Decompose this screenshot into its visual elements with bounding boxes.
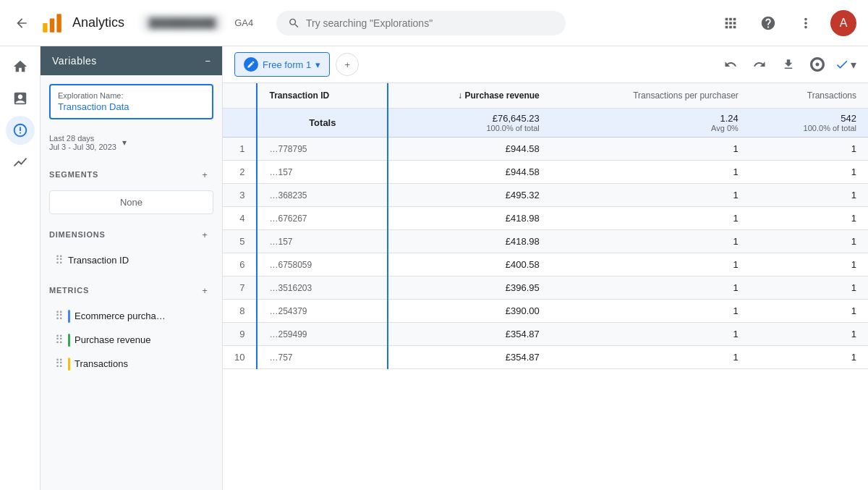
- totals-transactions: 542 100.0% of total: [750, 109, 868, 138]
- exploration-name-box: Exploration Name: Transaction Data: [49, 84, 213, 119]
- metric-color-revenue: [68, 334, 70, 347]
- table-container: Transaction ID ↓ Purchase revenue Transa…: [223, 83, 868, 490]
- exploration-name-value[interactable]: Transaction Data: [58, 101, 205, 112]
- share-button[interactable]: [806, 53, 829, 76]
- sidebar-header: Variables −: [41, 46, 222, 75]
- transaction-id-cell: …254379: [257, 300, 388, 323]
- nav-home[interactable]: [6, 52, 35, 81]
- exploration-name-label: Exploration Name:: [58, 91, 205, 100]
- more-button[interactable]: [793, 10, 819, 36]
- nav-explore[interactable]: [6, 116, 35, 145]
- add-segment-button[interactable]: +: [196, 166, 213, 183]
- transactions-cell: 1: [750, 207, 868, 230]
- transactions-cell: 1: [750, 276, 868, 300]
- revenue-cell: £390.00: [388, 300, 551, 323]
- row-num: 3: [223, 184, 257, 207]
- table-row[interactable]: 6 …6758059 £400.58 1 1: [223, 253, 868, 276]
- sidebar-item-transaction-id[interactable]: ⠿ Transaction ID: [46, 249, 216, 271]
- row-num: 5: [223, 230, 257, 253]
- sidebar-item-transactions[interactable]: ⠿ Transactions: [46, 352, 216, 375]
- table-row[interactable]: 2 …157 £944.58 1 1: [223, 161, 868, 184]
- check-icon: [835, 57, 849, 72]
- drag-icon: ⠿: [55, 253, 64, 267]
- metrics-header: METRICS +: [41, 273, 222, 303]
- sidebar-title: Variables: [52, 55, 97, 67]
- metric-label-revenue: Purchase revenue: [75, 334, 151, 345]
- transactions-cell: 1: [750, 253, 868, 276]
- totals-tpp: 1.24 Avg 0%: [551, 109, 750, 138]
- table-row[interactable]: 5 …157 £418.98 1 1: [223, 230, 868, 253]
- date-chevron-icon: ▾: [122, 138, 127, 148]
- avatar[interactable]: A: [830, 10, 856, 36]
- tpp-cell: 1: [551, 323, 750, 346]
- metrics-title: METRICS: [49, 286, 89, 295]
- minimize-sidebar-button[interactable]: −: [205, 56, 210, 67]
- svg-rect-0: [43, 23, 47, 33]
- tab-dropdown[interactable]: Free form 1 ▾: [234, 52, 330, 77]
- add-tab-icon: +: [344, 59, 350, 70]
- svg-rect-2: [56, 14, 61, 33]
- dimensions-header: DIMENSIONS +: [41, 217, 222, 248]
- revenue-cell: £354.87: [388, 346, 551, 369]
- row-num: 1: [223, 138, 257, 161]
- tpp-cell: 1: [551, 161, 750, 184]
- left-nav: [0, 46, 41, 490]
- nav-advertising[interactable]: [6, 148, 35, 177]
- date-range-dates: Jul 3 - Jul 30, 2023: [49, 143, 116, 151]
- toolbar: Free form 1 ▾ +: [223, 46, 868, 83]
- help-button[interactable]: [755, 10, 781, 36]
- transaction-id-cell: …778795: [257, 138, 388, 161]
- transaction-id-cell: …757: [257, 346, 388, 369]
- add-dimension-button[interactable]: +: [196, 226, 213, 243]
- date-range-selector[interactable]: Last 28 days Jul 3 - Jul 30, 2023 ▾: [41, 128, 222, 157]
- col-header-purchase-revenue[interactable]: ↓ Purchase revenue: [388, 83, 551, 109]
- redo-button[interactable]: [748, 53, 771, 76]
- sidebar-item-ecommerce-purchase[interactable]: ⠿ Ecommerce purcha…: [46, 305, 216, 327]
- tpp-cell: 1: [551, 207, 750, 230]
- table-row[interactable]: 9 …259499 £354.87 1 1: [223, 323, 868, 346]
- transaction-id-cell: …3516203: [257, 276, 388, 300]
- search-bar[interactable]: [276, 11, 566, 35]
- table-row[interactable]: 10 …757 £354.87 1 1: [223, 346, 868, 369]
- col-header-transactions[interactable]: Transactions: [750, 83, 868, 109]
- transaction-id-cell: …368235: [257, 184, 388, 207]
- search-input[interactable]: [306, 17, 554, 29]
- col-header-transactions-per-purchaser[interactable]: Transactions per purchaser: [551, 83, 750, 109]
- check-dropdown[interactable]: ▾: [835, 57, 856, 72]
- row-num: 2: [223, 161, 257, 184]
- table-row[interactable]: 3 …368235 £495.32 1 1: [223, 184, 868, 207]
- check-chevron: ▾: [851, 58, 856, 72]
- topbar: Analytics ██████████ GA4 A: [0, 0, 868, 46]
- undo-button[interactable]: [719, 53, 742, 76]
- col-header-transaction-id[interactable]: Transaction ID: [257, 83, 388, 109]
- table-row[interactable]: 8 …254379 £390.00 1 1: [223, 300, 868, 323]
- download-button[interactable]: [777, 53, 800, 76]
- segments-header: SEGMENTS +: [41, 157, 222, 187]
- apps-button[interactable]: [718, 10, 744, 36]
- back-button[interactable]: [12, 13, 32, 33]
- sidebar-item-purchase-revenue[interactable]: ⠿ Purchase revenue: [46, 329, 216, 351]
- transaction-id-cell: …157: [257, 230, 388, 253]
- svg-rect-1: [50, 18, 54, 32]
- transactions-cell: 1: [750, 230, 868, 253]
- tpp-cell: 1: [551, 346, 750, 369]
- table-row[interactable]: 7 …3516203 £396.95 1 1: [223, 276, 868, 300]
- metric-color-transactions: [68, 358, 70, 371]
- row-num: 4: [223, 207, 257, 230]
- app-logo: [41, 12, 64, 35]
- totals-empty: [223, 109, 257, 138]
- table-row[interactable]: 1 …778795 £944.58 1 1: [223, 138, 868, 161]
- transactions-cell: 1: [750, 300, 868, 323]
- transactions-cell: 1: [750, 346, 868, 369]
- data-table: Transaction ID ↓ Purchase revenue Transa…: [223, 83, 868, 369]
- transactions-cell: 1: [750, 138, 868, 161]
- add-tab-button[interactable]: +: [336, 53, 359, 76]
- nav-reports[interactable]: [6, 84, 35, 113]
- table-row[interactable]: 4 …676267 £418.98 1 1: [223, 207, 868, 230]
- account-selector[interactable]: ██████████: [142, 14, 223, 31]
- tpp-cell: 1: [551, 253, 750, 276]
- search-icon: [288, 17, 300, 30]
- add-metric-button[interactable]: +: [196, 282, 213, 299]
- revenue-cell: £495.32: [388, 184, 551, 207]
- tpp-cell: 1: [551, 230, 750, 253]
